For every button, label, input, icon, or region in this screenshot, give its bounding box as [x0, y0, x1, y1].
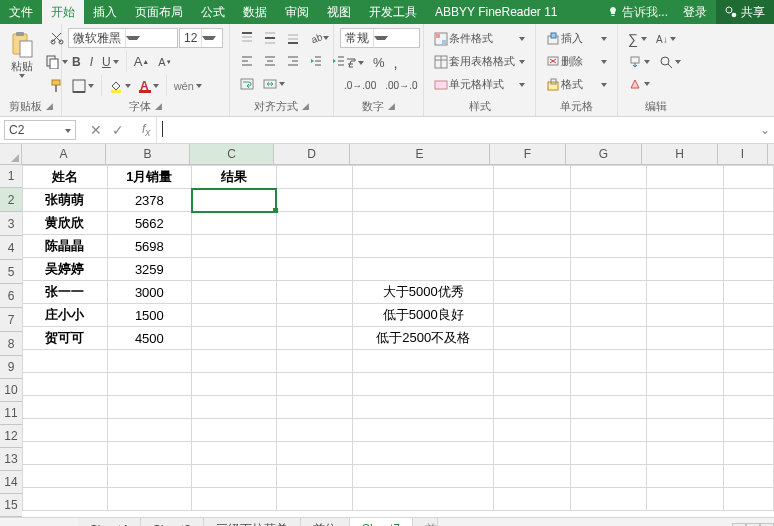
col-header-H[interactable]: H	[642, 144, 718, 164]
font-size-combo[interactable]: 12	[179, 28, 223, 48]
comma-button[interactable]: ,	[390, 51, 402, 74]
tab-page-layout[interactable]: 页面布局	[126, 0, 192, 24]
cell[interactable]	[570, 465, 647, 488]
add-sheet-button[interactable]: ⊕	[438, 522, 466, 527]
format-cells-button[interactable]: 格式	[542, 74, 611, 95]
align-middle-button[interactable]	[259, 28, 281, 48]
align-right-button[interactable]	[282, 51, 304, 71]
cell[interactable]	[107, 396, 192, 419]
cell-styles-button[interactable]: 单元格样式	[430, 74, 529, 95]
cell[interactable]	[353, 419, 494, 442]
font-name-combo[interactable]: 微软雅黑	[68, 28, 178, 48]
merge-center-button[interactable]	[259, 74, 289, 94]
select-all-corner[interactable]	[0, 144, 22, 164]
cell[interactable]	[192, 442, 277, 465]
cell[interactable]	[723, 189, 773, 212]
cell[interactable]	[107, 465, 192, 488]
row-header-5[interactable]: 5	[0, 260, 22, 284]
col-header-G[interactable]: G	[566, 144, 642, 164]
cell[interactable]	[647, 304, 724, 327]
cell[interactable]	[494, 327, 571, 350]
cell[interactable]	[570, 396, 647, 419]
cell[interactable]: 2378	[107, 189, 192, 212]
cell[interactable]	[276, 419, 353, 442]
cell[interactable]	[570, 189, 647, 212]
cancel-formula-button[interactable]: ✕	[90, 122, 102, 138]
cell[interactable]	[494, 166, 571, 189]
cell[interactable]: 姓名	[23, 166, 108, 189]
cell[interactable]	[647, 235, 724, 258]
cell[interactable]	[276, 258, 353, 281]
cell[interactable]	[570, 212, 647, 235]
autosum-button[interactable]: ∑	[624, 28, 651, 50]
cell[interactable]: 3000	[107, 281, 192, 304]
cell[interactable]	[353, 465, 494, 488]
tab-nav-next[interactable]: ►	[32, 523, 44, 527]
cell[interactable]: 低于2500不及格	[353, 327, 494, 350]
cell[interactable]	[107, 488, 192, 511]
cell[interactable]	[570, 327, 647, 350]
cell[interactable]	[723, 166, 773, 189]
wrap-text-button[interactable]	[236, 74, 258, 94]
tab-developer[interactable]: 开发工具	[360, 0, 426, 24]
fill-color-button[interactable]	[105, 76, 135, 96]
cell[interactable]	[494, 189, 571, 212]
align-left-button[interactable]	[236, 51, 258, 71]
sheet-tab-Sheet3[interactable]: Sheet3	[141, 518, 204, 526]
cell[interactable]	[23, 465, 108, 488]
cell[interactable]	[647, 281, 724, 304]
cell[interactable]	[276, 304, 353, 327]
number-launcher[interactable]: ◢	[388, 101, 395, 111]
conditional-format-button[interactable]: 条件格式	[430, 28, 529, 49]
increase-decimal-button[interactable]: .0→.00	[340, 77, 380, 94]
cell[interactable]	[353, 442, 494, 465]
cell[interactable]	[570, 350, 647, 373]
row-header-13[interactable]: 13	[0, 448, 22, 471]
cell[interactable]	[647, 396, 724, 419]
cell[interactable]	[192, 235, 277, 258]
hscroll-left[interactable]: ◄	[732, 523, 746, 527]
cell[interactable]	[353, 166, 494, 189]
clipboard-launcher[interactable]: ◢	[46, 101, 53, 111]
cell[interactable]	[723, 327, 773, 350]
grow-font-button[interactable]: A▲	[130, 51, 154, 72]
tab-view[interactable]: 视图	[318, 0, 360, 24]
align-bottom-button[interactable]	[282, 28, 304, 48]
cell[interactable]	[276, 281, 353, 304]
cell[interactable]	[276, 189, 353, 212]
cell[interactable]	[192, 212, 277, 235]
border-button[interactable]	[68, 76, 98, 96]
col-header-C[interactable]: C	[190, 144, 274, 164]
cell[interactable]	[647, 419, 724, 442]
sheet-tab-三级下拉菜单[interactable]: 三级下拉菜单	[204, 518, 301, 526]
cell[interactable]	[276, 442, 353, 465]
cell[interactable]	[494, 350, 571, 373]
cell[interactable]	[192, 373, 277, 396]
share-button[interactable]: 共享	[716, 0, 774, 24]
cell[interactable]	[494, 419, 571, 442]
cell[interactable]	[647, 442, 724, 465]
underline-button[interactable]: U	[98, 52, 123, 72]
cell-grid[interactable]: 姓名1月销量结果张萌萌2378黄欣欣5662陈晶晶5698吴婷婷3259张一一3…	[22, 165, 774, 517]
cell[interactable]	[570, 166, 647, 189]
row-header-4[interactable]: 4	[0, 236, 22, 260]
cell[interactable]	[276, 396, 353, 419]
cell[interactable]	[723, 258, 773, 281]
font-color-button[interactable]: A	[136, 75, 163, 96]
hscroll-right[interactable]: ►	[760, 523, 774, 527]
cell[interactable]	[276, 166, 353, 189]
cell[interactable]: 黄欣欣	[23, 212, 108, 235]
cell[interactable]: 吴婷婷	[23, 258, 108, 281]
sheet-tab-首位[interactable]: 首位	[301, 518, 350, 526]
cell[interactable]	[276, 465, 353, 488]
align-top-button[interactable]	[236, 28, 258, 48]
cell[interactable]: 结果	[192, 166, 277, 189]
paste-button[interactable]: 粘贴	[6, 28, 38, 81]
cell[interactable]	[494, 373, 571, 396]
cell[interactable]	[570, 488, 647, 511]
cell[interactable]	[192, 304, 277, 327]
cell[interactable]	[647, 258, 724, 281]
row-header-7[interactable]: 7	[0, 308, 22, 332]
cell[interactable]: 贺可可	[23, 327, 108, 350]
cell[interactable]	[23, 396, 108, 419]
